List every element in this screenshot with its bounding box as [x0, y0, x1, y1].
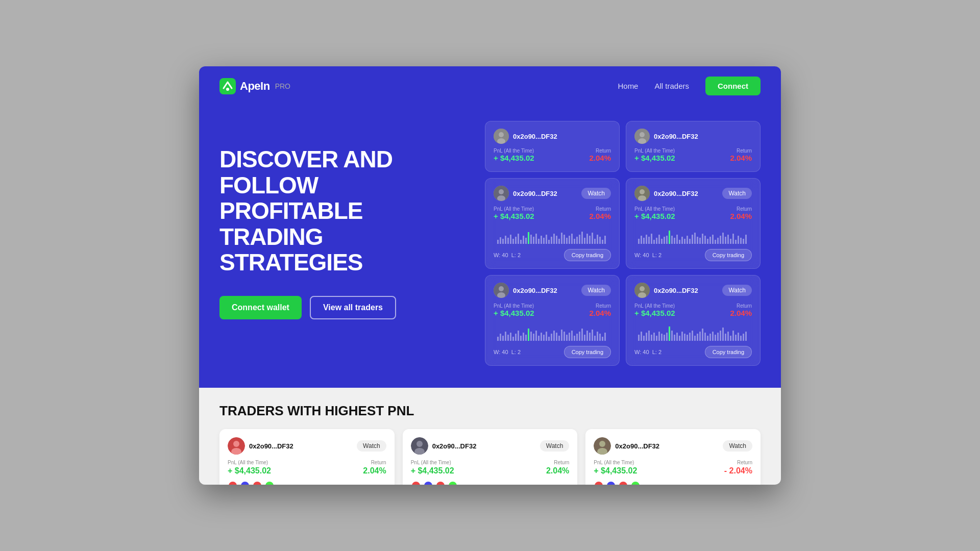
svg-rect-93	[730, 239, 731, 244]
svg-rect-181	[720, 331, 721, 341]
svg-rect-129	[564, 332, 565, 341]
svg-rect-79	[694, 233, 696, 244]
svg-rect-190	[743, 334, 744, 341]
svg-rect-32	[551, 237, 552, 244]
svg-rect-135	[579, 332, 580, 341]
svg-rect-109	[512, 337, 514, 341]
svg-rect-138	[586, 331, 588, 341]
svg-rect-187	[735, 335, 737, 341]
bottom-avatar-1	[228, 437, 245, 455]
trader-name-partial-2: 0x2o90...DF32	[654, 133, 698, 140]
bottom-card3-pnl-value: + $4,435.02	[594, 466, 637, 475]
svg-rect-178	[712, 332, 714, 341]
svg-rect-141	[594, 336, 596, 341]
card2-wl-stats: W: 40 L: 2	[634, 252, 662, 258]
card2-copy-button[interactable]: Copy trading	[705, 249, 752, 261]
svg-rect-71	[674, 238, 675, 244]
svg-point-55	[640, 189, 645, 194]
bottom-trader-info-1: 0x2o90...DF32	[228, 437, 293, 455]
svg-rect-11	[497, 240, 499, 244]
svg-rect-182	[722, 328, 724, 341]
svg-rect-0	[219, 78, 236, 94]
token-icon-7	[435, 481, 446, 485]
svg-rect-114	[525, 335, 527, 341]
svg-rect-124	[551, 334, 552, 341]
svg-rect-162	[671, 331, 673, 341]
svg-rect-47	[589, 236, 591, 244]
card1-copy-button[interactable]: Copy trading	[564, 249, 611, 261]
svg-rect-175	[704, 333, 706, 341]
svg-rect-117	[533, 334, 534, 341]
svg-rect-177	[709, 334, 711, 341]
svg-rect-176	[707, 336, 708, 341]
card4-copy-button[interactable]: Copy trading	[705, 346, 752, 358]
svg-rect-15	[507, 238, 509, 244]
bottom-trader-info-2: 0x2o90...DF32	[411, 437, 477, 455]
svg-point-196	[416, 441, 423, 447]
svg-rect-107	[507, 335, 509, 341]
card1-return-value: 2.04%	[589, 212, 611, 220]
svg-rect-154	[651, 335, 652, 341]
svg-rect-157	[658, 332, 660, 341]
svg-rect-89	[720, 236, 721, 244]
card3-watch-button[interactable]: Watch	[581, 285, 611, 296]
svg-rect-189	[740, 336, 742, 341]
svg-rect-35	[558, 239, 560, 244]
token-icon-5	[411, 481, 421, 485]
bottom-card1-tokens	[228, 481, 386, 485]
card1-watch-button[interactable]: Watch	[581, 188, 611, 199]
card2-watch-button[interactable]: Watch	[722, 188, 752, 199]
bottom-card3-watch-button[interactable]: Watch	[723, 440, 752, 452]
svg-rect-118	[535, 331, 537, 341]
token-icon-8	[448, 481, 458, 485]
svg-rect-27	[538, 239, 540, 244]
bottom-cards-grid: 0x2o90...DF32 Watch PnL (All the Time) +…	[219, 429, 761, 485]
svg-rect-52	[602, 240, 603, 244]
avatar-3	[494, 283, 509, 298]
svg-rect-50	[597, 235, 598, 244]
bottom-card2-watch-button[interactable]: Watch	[540, 440, 570, 452]
hero-buttons: Connect wallet View all traders	[219, 296, 464, 319]
nav-all-traders[interactable]: All traders	[654, 82, 689, 90]
svg-rect-63	[653, 240, 655, 244]
bottom-card-3: 0x2o90...DF32 Watch PnL (All the Time) +…	[585, 429, 761, 485]
svg-point-1	[226, 88, 229, 91]
hero-cards-grid: 0x2o90...DF32 PnL (All the Time) + $4,43…	[485, 116, 761, 366]
svg-rect-97	[740, 238, 742, 244]
card3-copy-button[interactable]: Copy trading	[564, 346, 611, 358]
bottom-card1-return-label: Return	[363, 460, 386, 465]
trader-info-4: 0x2o90...DF32	[634, 283, 698, 298]
avatar-4	[634, 283, 650, 298]
svg-rect-20	[520, 240, 522, 244]
svg-rect-18	[515, 237, 517, 244]
svg-rect-167	[684, 334, 685, 341]
svg-rect-86	[712, 235, 714, 244]
svg-rect-80	[697, 237, 698, 244]
bottom-trader-info-3: 0x2o90...DF32	[594, 437, 659, 455]
svg-rect-81	[699, 238, 701, 244]
svg-rect-75	[684, 239, 685, 244]
svg-rect-91	[725, 237, 726, 244]
bottom-card1-watch-button[interactable]: Watch	[357, 440, 386, 452]
bottom-card2-return-value: 2.04%	[546, 466, 569, 475]
svg-rect-22	[525, 238, 527, 244]
svg-rect-137	[584, 335, 585, 341]
svg-rect-69	[669, 231, 670, 244]
connect-wallet-button[interactable]: Connect wallet	[219, 296, 302, 319]
token-icon-6	[423, 481, 433, 485]
svg-rect-139	[589, 333, 591, 341]
svg-rect-171	[694, 336, 696, 341]
trader-card-3: 0x2o90...DF32 Watch PnL (All the Time) +…	[485, 275, 620, 366]
svg-rect-112	[520, 336, 522, 341]
svg-point-101	[499, 286, 504, 291]
nav-home[interactable]: Home	[618, 82, 638, 90]
svg-rect-143	[599, 334, 601, 341]
svg-rect-180	[717, 333, 719, 341]
bottom-card2-return-label: Return	[546, 460, 569, 465]
svg-point-193	[233, 441, 239, 447]
svg-rect-34	[556, 236, 557, 244]
view-all-traders-button[interactable]: View all traders	[310, 296, 396, 319]
nav-connect-button[interactable]: Connect	[705, 77, 761, 95]
card4-watch-button[interactable]: Watch	[722, 285, 752, 296]
bottom-card2-tokens	[411, 481, 570, 485]
